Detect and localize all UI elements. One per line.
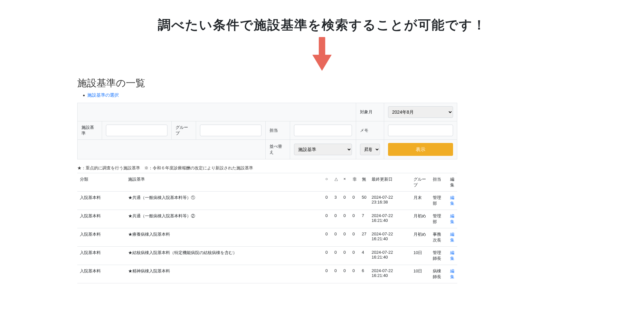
cell-circle: 0 bbox=[323, 247, 332, 265]
tantou-input[interactable] bbox=[294, 125, 352, 136]
col-tantou: 担当 bbox=[430, 173, 448, 192]
cell-updated: 2024-07-22 16:21:40 bbox=[369, 265, 411, 283]
banner-heading: 調べたい条件で施設基準を検索することが可能です！ bbox=[0, 16, 644, 34]
breadcrumb-link[interactable]: 施設基準の選択 bbox=[87, 92, 119, 98]
cell-hi: 0 bbox=[350, 247, 359, 265]
show-button[interactable]: 表示 bbox=[388, 143, 453, 156]
edit-link[interactable]: 編集 bbox=[450, 195, 454, 206]
tantou-label: 担当 bbox=[266, 121, 290, 140]
cell-mu: 6 bbox=[359, 265, 369, 283]
table-row: 入院基本料★精神病棟入院基本料000062024-07-22 16:21:401… bbox=[77, 265, 457, 283]
cell-kijun: ★精神病棟入院基本料 bbox=[126, 265, 323, 283]
col-updated: 最終更新日 bbox=[369, 173, 411, 192]
cell-triangle: 3 bbox=[332, 192, 341, 210]
cell-triangle: 0 bbox=[332, 265, 341, 283]
group-input[interactable] bbox=[200, 125, 261, 136]
page-title: 施設基準の一覧 bbox=[77, 77, 457, 90]
filter-panel: 対象月 2024年8月 施設基準 グループ 担当 メモ 並べ替え bbox=[77, 103, 457, 159]
cell-group: 10日 bbox=[411, 265, 430, 283]
cell-hi: 0 bbox=[350, 192, 359, 210]
cell-updated: 2024-07-22 16:21:40 bbox=[369, 210, 411, 228]
cell-tantou: 管理部 bbox=[430, 210, 448, 228]
cell-circle: 0 bbox=[323, 228, 332, 247]
edit-link[interactable]: 編集 bbox=[450, 213, 454, 224]
memo-input[interactable] bbox=[388, 125, 453, 136]
cell-bunrui: 入院基本料 bbox=[77, 192, 126, 210]
cell-group: 10日 bbox=[411, 247, 430, 265]
group-label: グループ bbox=[172, 121, 196, 140]
col-group: グループ bbox=[411, 173, 430, 192]
cell-hi: 0 bbox=[350, 265, 359, 283]
table-row: 入院基本料★療養病棟入院基本料0000272024-07-22 16:21:40… bbox=[77, 228, 457, 247]
cell-bunrui: 入院基本料 bbox=[77, 210, 126, 228]
cell-x: 0 bbox=[341, 210, 350, 228]
cell-x: 0 bbox=[341, 247, 350, 265]
cell-bunrui: 入院基本料 bbox=[77, 247, 126, 265]
cell-triangle: 0 bbox=[332, 228, 341, 247]
sort-field-select[interactable]: 施設基準 bbox=[294, 144, 352, 155]
cell-kijun: ★結核病棟入院基本料（特定機能病院の結核病棟を含む） bbox=[126, 247, 323, 265]
svg-rect-0 bbox=[319, 37, 325, 56]
cell-x: 0 bbox=[341, 228, 350, 247]
col-hi: 非 bbox=[350, 173, 359, 192]
cell-kijun: ★共通（一般病棟入院基本料等）① bbox=[126, 192, 323, 210]
edit-link[interactable]: 編集 bbox=[450, 250, 454, 261]
cell-bunrui: 入院基本料 bbox=[77, 265, 126, 283]
memo-label: メモ bbox=[356, 121, 384, 140]
sort-label: 並べ替え bbox=[266, 140, 290, 159]
cell-group: 月初め bbox=[411, 228, 430, 247]
kijun-label: 施設基準 bbox=[78, 121, 102, 140]
cell-bunrui: 入院基本料 bbox=[77, 228, 126, 247]
cell-group: 月初め bbox=[411, 210, 430, 228]
cell-updated: 2024-07-22 16:21:40 bbox=[369, 247, 411, 265]
cell-tantou: 事務次長 bbox=[430, 228, 448, 247]
table-row: 入院基本料★共通（一般病棟入院基本料等）①0300502024-07-22 23… bbox=[77, 192, 457, 210]
cell-x: 0 bbox=[341, 265, 350, 283]
target-month-label: 対象月 bbox=[356, 103, 384, 121]
edit-link[interactable]: 編集 bbox=[450, 232, 454, 242]
cell-tantou: 管理師長 bbox=[430, 247, 448, 265]
cell-mu: 27 bbox=[359, 228, 369, 247]
cell-triangle: 0 bbox=[332, 210, 341, 228]
breadcrumb: 施設基準の選択 bbox=[83, 92, 457, 98]
edit-link[interactable]: 編集 bbox=[450, 269, 454, 279]
cell-tantou: 病棟師長 bbox=[430, 265, 448, 283]
cell-kijun: ★療養病棟入院基本料 bbox=[126, 228, 323, 247]
sort-order-select[interactable]: 昇順 bbox=[360, 144, 380, 155]
cell-kijun: ★共通（一般病棟入院基本料等）② bbox=[126, 210, 323, 228]
cell-hi: 0 bbox=[350, 210, 359, 228]
cell-circle: 0 bbox=[323, 265, 332, 283]
cell-circle: 0 bbox=[323, 192, 332, 210]
cell-mu: 7 bbox=[359, 210, 369, 228]
cell-hi: 0 bbox=[350, 228, 359, 247]
cell-mu: 4 bbox=[359, 247, 369, 265]
table-row: 入院基本料★結核病棟入院基本料（特定機能病院の結核病棟を含む）000042024… bbox=[77, 247, 457, 265]
arrow-down-icon bbox=[0, 37, 644, 73]
kijun-input[interactable] bbox=[106, 125, 167, 136]
cell-tantou: 管理部 bbox=[430, 192, 448, 210]
legend-text: ★：重点的に調査を行う施設基準 ※：令和６年度診療報酬の改定により新設された施設… bbox=[77, 165, 457, 171]
target-month-select[interactable]: 2024年8月 bbox=[388, 106, 453, 118]
col-edit: 編集 bbox=[448, 173, 457, 192]
cell-group: 月末 bbox=[411, 192, 430, 210]
svg-marker-1 bbox=[312, 55, 332, 71]
results-table: 分類 施設基準 ○ △ × 非 無 最終更新日 グループ 担当 編集 入院基本料… bbox=[77, 173, 457, 283]
cell-updated: 2024-07-22 23:16:38 bbox=[369, 192, 411, 210]
col-kijun: 施設基準 bbox=[126, 173, 323, 192]
cell-circle: 0 bbox=[323, 210, 332, 228]
col-circle: ○ bbox=[323, 173, 332, 192]
col-x: × bbox=[341, 173, 350, 192]
col-bunrui: 分類 bbox=[77, 173, 126, 192]
col-mu: 無 bbox=[359, 173, 369, 192]
cell-triangle: 0 bbox=[332, 247, 341, 265]
table-row: 入院基本料★共通（一般病棟入院基本料等）②000072024-07-22 16:… bbox=[77, 210, 457, 228]
col-triangle: △ bbox=[332, 173, 341, 192]
cell-x: 0 bbox=[341, 192, 350, 210]
cell-mu: 50 bbox=[359, 192, 369, 210]
cell-updated: 2024-07-22 16:21:40 bbox=[369, 228, 411, 247]
